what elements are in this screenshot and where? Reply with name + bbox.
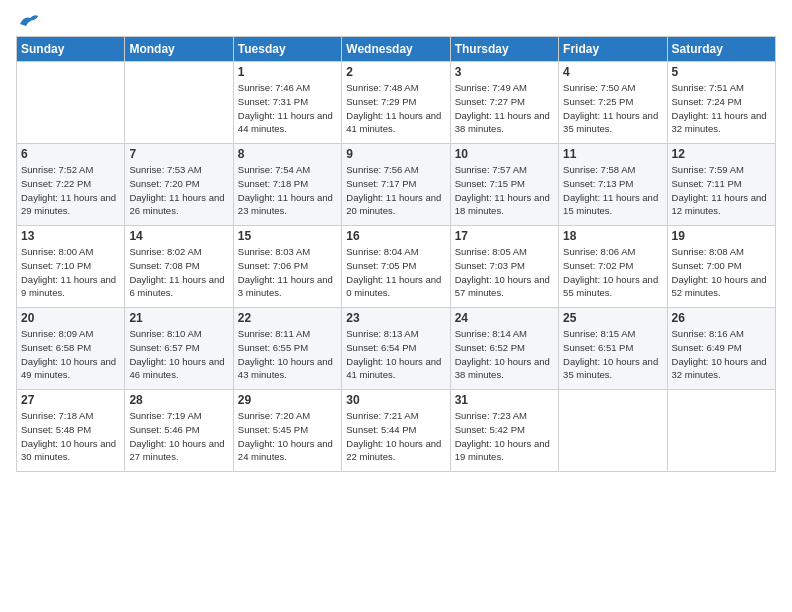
day-info: Sunrise: 7:49 AM Sunset: 7:27 PM Dayligh… xyxy=(455,81,554,136)
daylight-text: Daylight: 11 hours and 38 minutes. xyxy=(455,110,550,135)
calendar-cell: 20 Sunrise: 8:09 AM Sunset: 6:58 PM Dayl… xyxy=(17,308,125,390)
calendar-table: SundayMondayTuesdayWednesdayThursdayFrid… xyxy=(16,36,776,472)
calendar-cell: 28 Sunrise: 7:19 AM Sunset: 5:46 PM Dayl… xyxy=(125,390,233,472)
day-number: 10 xyxy=(455,147,554,161)
sunset-text: Sunset: 7:31 PM xyxy=(238,96,308,107)
sunset-text: Sunset: 6:49 PM xyxy=(672,342,742,353)
day-number: 26 xyxy=(672,311,771,325)
calendar-cell: 4 Sunrise: 7:50 AM Sunset: 7:25 PM Dayli… xyxy=(559,62,667,144)
calendar-cell: 31 Sunrise: 7:23 AM Sunset: 5:42 PM Dayl… xyxy=(450,390,558,472)
sunrise-text: Sunrise: 7:21 AM xyxy=(346,410,418,421)
header xyxy=(16,16,776,26)
day-info: Sunrise: 7:21 AM Sunset: 5:44 PM Dayligh… xyxy=(346,409,445,464)
day-number: 8 xyxy=(238,147,337,161)
daylight-text: Daylight: 10 hours and 30 minutes. xyxy=(21,438,116,463)
calendar-cell: 1 Sunrise: 7:46 AM Sunset: 7:31 PM Dayli… xyxy=(233,62,341,144)
sunrise-text: Sunrise: 7:49 AM xyxy=(455,82,527,93)
week-row-3: 13 Sunrise: 8:00 AM Sunset: 7:10 PM Dayl… xyxy=(17,226,776,308)
day-info: Sunrise: 8:14 AM Sunset: 6:52 PM Dayligh… xyxy=(455,327,554,382)
sunset-text: Sunset: 7:29 PM xyxy=(346,96,416,107)
sunrise-text: Sunrise: 7:51 AM xyxy=(672,82,744,93)
sunrise-text: Sunrise: 7:23 AM xyxy=(455,410,527,421)
calendar-cell: 13 Sunrise: 8:00 AM Sunset: 7:10 PM Dayl… xyxy=(17,226,125,308)
day-info: Sunrise: 7:50 AM Sunset: 7:25 PM Dayligh… xyxy=(563,81,662,136)
day-number: 12 xyxy=(672,147,771,161)
day-number: 23 xyxy=(346,311,445,325)
calendar-cell: 11 Sunrise: 7:58 AM Sunset: 7:13 PM Dayl… xyxy=(559,144,667,226)
calendar-cell: 17 Sunrise: 8:05 AM Sunset: 7:03 PM Dayl… xyxy=(450,226,558,308)
day-info: Sunrise: 7:18 AM Sunset: 5:48 PM Dayligh… xyxy=(21,409,120,464)
sunset-text: Sunset: 6:51 PM xyxy=(563,342,633,353)
calendar-cell: 5 Sunrise: 7:51 AM Sunset: 7:24 PM Dayli… xyxy=(667,62,775,144)
sunset-text: Sunset: 7:18 PM xyxy=(238,178,308,189)
sunset-text: Sunset: 5:48 PM xyxy=(21,424,91,435)
day-number: 7 xyxy=(129,147,228,161)
calendar-cell: 10 Sunrise: 7:57 AM Sunset: 7:15 PM Dayl… xyxy=(450,144,558,226)
calendar-cell: 24 Sunrise: 8:14 AM Sunset: 6:52 PM Dayl… xyxy=(450,308,558,390)
day-number: 9 xyxy=(346,147,445,161)
day-info: Sunrise: 8:10 AM Sunset: 6:57 PM Dayligh… xyxy=(129,327,228,382)
day-info: Sunrise: 8:13 AM Sunset: 6:54 PM Dayligh… xyxy=(346,327,445,382)
sunrise-text: Sunrise: 8:04 AM xyxy=(346,246,418,257)
day-number: 25 xyxy=(563,311,662,325)
day-number: 1 xyxy=(238,65,337,79)
calendar-cell: 16 Sunrise: 8:04 AM Sunset: 7:05 PM Dayl… xyxy=(342,226,450,308)
week-row-1: 1 Sunrise: 7:46 AM Sunset: 7:31 PM Dayli… xyxy=(17,62,776,144)
week-row-2: 6 Sunrise: 7:52 AM Sunset: 7:22 PM Dayli… xyxy=(17,144,776,226)
day-number: 16 xyxy=(346,229,445,243)
day-number: 29 xyxy=(238,393,337,407)
daylight-text: Daylight: 11 hours and 0 minutes. xyxy=(346,274,441,299)
weekday-header-thursday: Thursday xyxy=(450,37,558,62)
calendar-cell: 12 Sunrise: 7:59 AM Sunset: 7:11 PM Dayl… xyxy=(667,144,775,226)
sunrise-text: Sunrise: 8:14 AM xyxy=(455,328,527,339)
day-number: 30 xyxy=(346,393,445,407)
day-number: 3 xyxy=(455,65,554,79)
weekday-header-row: SundayMondayTuesdayWednesdayThursdayFrid… xyxy=(17,37,776,62)
day-info: Sunrise: 8:09 AM Sunset: 6:58 PM Dayligh… xyxy=(21,327,120,382)
sunrise-text: Sunrise: 7:58 AM xyxy=(563,164,635,175)
weekday-header-sunday: Sunday xyxy=(17,37,125,62)
day-info: Sunrise: 8:00 AM Sunset: 7:10 PM Dayligh… xyxy=(21,245,120,300)
sunrise-text: Sunrise: 8:11 AM xyxy=(238,328,310,339)
day-info: Sunrise: 8:03 AM Sunset: 7:06 PM Dayligh… xyxy=(238,245,337,300)
sunrise-text: Sunrise: 7:54 AM xyxy=(238,164,310,175)
sunrise-text: Sunrise: 7:56 AM xyxy=(346,164,418,175)
sunset-text: Sunset: 7:13 PM xyxy=(563,178,633,189)
calendar-cell xyxy=(17,62,125,144)
sunset-text: Sunset: 6:55 PM xyxy=(238,342,308,353)
sunset-text: Sunset: 7:27 PM xyxy=(455,96,525,107)
day-number: 24 xyxy=(455,311,554,325)
day-info: Sunrise: 7:20 AM Sunset: 5:45 PM Dayligh… xyxy=(238,409,337,464)
week-row-4: 20 Sunrise: 8:09 AM Sunset: 6:58 PM Dayl… xyxy=(17,308,776,390)
sunset-text: Sunset: 7:22 PM xyxy=(21,178,91,189)
calendar-cell: 27 Sunrise: 7:18 AM Sunset: 5:48 PM Dayl… xyxy=(17,390,125,472)
calendar-cell: 2 Sunrise: 7:48 AM Sunset: 7:29 PM Dayli… xyxy=(342,62,450,144)
day-number: 4 xyxy=(563,65,662,79)
sunrise-text: Sunrise: 8:05 AM xyxy=(455,246,527,257)
day-number: 14 xyxy=(129,229,228,243)
daylight-text: Daylight: 11 hours and 6 minutes. xyxy=(129,274,224,299)
daylight-text: Daylight: 10 hours and 19 minutes. xyxy=(455,438,550,463)
calendar-cell: 9 Sunrise: 7:56 AM Sunset: 7:17 PM Dayli… xyxy=(342,144,450,226)
calendar-cell: 21 Sunrise: 8:10 AM Sunset: 6:57 PM Dayl… xyxy=(125,308,233,390)
calendar-cell: 15 Sunrise: 8:03 AM Sunset: 7:06 PM Dayl… xyxy=(233,226,341,308)
daylight-text: Daylight: 10 hours and 49 minutes. xyxy=(21,356,116,381)
day-number: 18 xyxy=(563,229,662,243)
daylight-text: Daylight: 10 hours and 43 minutes. xyxy=(238,356,333,381)
day-info: Sunrise: 7:58 AM Sunset: 7:13 PM Dayligh… xyxy=(563,163,662,218)
sunrise-text: Sunrise: 8:03 AM xyxy=(238,246,310,257)
day-number: 27 xyxy=(21,393,120,407)
sunset-text: Sunset: 5:42 PM xyxy=(455,424,525,435)
daylight-text: Daylight: 10 hours and 46 minutes. xyxy=(129,356,224,381)
calendar-cell: 25 Sunrise: 8:15 AM Sunset: 6:51 PM Dayl… xyxy=(559,308,667,390)
sunrise-text: Sunrise: 8:08 AM xyxy=(672,246,744,257)
daylight-text: Daylight: 11 hours and 35 minutes. xyxy=(563,110,658,135)
daylight-text: Daylight: 10 hours and 24 minutes. xyxy=(238,438,333,463)
calendar-cell: 26 Sunrise: 8:16 AM Sunset: 6:49 PM Dayl… xyxy=(667,308,775,390)
daylight-text: Daylight: 10 hours and 27 minutes. xyxy=(129,438,224,463)
sunrise-text: Sunrise: 8:06 AM xyxy=(563,246,635,257)
sunrise-text: Sunrise: 8:16 AM xyxy=(672,328,744,339)
calendar-cell xyxy=(667,390,775,472)
sunrise-text: Sunrise: 7:57 AM xyxy=(455,164,527,175)
day-info: Sunrise: 8:02 AM Sunset: 7:08 PM Dayligh… xyxy=(129,245,228,300)
